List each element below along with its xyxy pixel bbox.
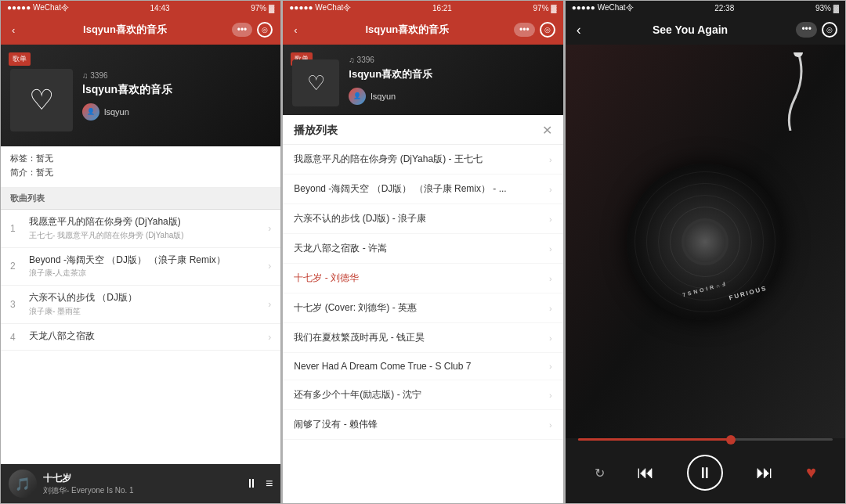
time-3: 22:38 <box>714 4 734 13</box>
song-sub-1-1: 王七七- 我愿意平凡的陪在你身旁 (DjYaha版) <box>29 230 268 241</box>
nav-bar-1: ‹ lsqyun喜欢的音乐 ••• ◎ <box>1 15 280 45</box>
playlist-item-2-2[interactable]: Beyond -海阔天空 （DJ版） （浪子康 Remix） - ... › <box>283 175 562 204</box>
play-pause-button[interactable]: ⏸ <box>687 455 723 491</box>
carrier-3: ●●●●● WeChat令 <box>572 2 634 13</box>
vinyl-disc: FURIOUS 7SNOIR∩Ⅎ <box>627 164 783 320</box>
user-name-1: lsqyun <box>104 107 129 117</box>
progress-bar-fill <box>578 438 731 441</box>
progress-dot <box>726 435 736 445</box>
song-num-1-3: 3 <box>10 299 24 310</box>
user-avatar-2: 👤 <box>349 88 366 105</box>
song-title-1-2: Beyond -海阔天空 （DJ版） （浪子康 Remix） <box>29 254 268 267</box>
more-button-3[interactable]: ••• <box>796 22 817 38</box>
panel-1: ●●●●● WeChat令 14:43 97% ▓ ‹ lsqyun喜欢的音乐 … <box>0 0 281 504</box>
album-tag-1: 歌单 <box>9 52 31 66</box>
playlist-item-2-1[interactable]: 我愿意平凡的陪在你身旁 (DjYaha版) - 王七七 › <box>283 145 562 175</box>
nav-title-3: See You Again <box>653 23 728 36</box>
panel-2: ●●●●● WeChat令 16:21 97% ▓ ‹ lsqyun喜欢的音乐 … <box>281 0 563 504</box>
song-item-1-4[interactable]: 4 天龙八部之宿敌 › <box>1 324 280 351</box>
playlist-item-2-10[interactable]: 闹够了没有 - 赖伟锋 › <box>283 410 562 440</box>
repeat-button[interactable]: ↻ <box>595 466 605 481</box>
pause-button-1[interactable]: ⏸ <box>245 477 258 491</box>
pl-text-2-10: 闹够了没有 - 赖伟锋 <box>294 418 549 431</box>
song-title-1-1: 我愿意平凡的陪在你身旁 (DjYaha版) <box>29 216 268 229</box>
song-title-1-3: 六亲不认的步伐 （DJ版） <box>29 292 268 304</box>
song-item-1-3[interactable]: 3 六亲不认的步伐 （DJ版） 浪子康- 墨雨笙 › <box>1 286 280 324</box>
more-button-1[interactable]: ••• <box>232 23 253 37</box>
chevron-icon-1-3: › <box>268 299 271 310</box>
song-info-1-3: 六亲不认的步伐 （DJ版） 浪子康- 墨雨笙 <box>29 292 268 317</box>
pl-text-2-7: 我们在夏枝繁茂时再见 - 钱正昊 <box>294 331 549 344</box>
now-playing-bar-1[interactable]: 🎵 十七岁 刘德华- Everyone Is No. 1 ⏸ ≡ <box>1 464 280 503</box>
controls-bar-3: ↻ ⏮ ⏸ ⏭ ♥ <box>566 447 845 503</box>
user-name-2: lsqyun <box>371 92 396 101</box>
np-artist-1: 刘德华- Everyone Is No. 1 <box>43 485 239 496</box>
user-row-2: 👤 lsqyun <box>349 88 432 105</box>
pl-text-2-2: Beyond -海阔天空 （DJ版） （浪子康 Remix） - ... <box>294 182 549 196</box>
meta-tag-1: 标签：暂无 <box>10 153 271 164</box>
back-button-1[interactable]: ‹ <box>9 23 18 38</box>
playlist-overlay: 播放列表 ✕ 我愿意平凡的陪在你身旁 (DjYaha版) - 王七七 › Bey… <box>283 115 562 503</box>
svg-point-0 <box>794 52 803 57</box>
time-2: 16:21 <box>432 4 452 13</box>
meta-section-1: 标签：暂无 简介：暂无 <box>1 146 280 188</box>
pl-chevron-2-2: › <box>549 185 552 194</box>
album-info-1: ♫ 3396 lsqyun喜欢的音乐 👤 lsqyun <box>82 71 172 121</box>
playlist-item-2-3[interactable]: 六亲不认的步伐 (DJ版) - 浪子康 › <box>283 204 562 234</box>
prev-button[interactable]: ⏮ <box>637 463 654 483</box>
song-num-1-1: 1 <box>10 223 24 234</box>
playlist-item-2-6[interactable]: 十七岁 (Cover: 刘德华) - 英惠 › <box>283 293 562 323</box>
status-bar-1: ●●●●● WeChat令 14:43 97% ▓ <box>1 1 280 15</box>
heart-icon-1: ♡ <box>29 84 54 117</box>
nav-bar-3: ‹ See You Again ••• ◎ <box>566 15 845 45</box>
song-item-1-2[interactable]: 2 Beyond -海阔天空 （DJ版） （浪子康 Remix） 浪子康-人走茶… <box>1 248 280 286</box>
carrier-1: ●●●●● WeChat令 <box>7 2 69 13</box>
chevron-icon-1-2: › <box>268 261 271 272</box>
progress-area <box>566 438 845 447</box>
pl-chevron-2-5: › <box>549 274 552 283</box>
battery-1: 97% ▓ <box>251 4 274 13</box>
np-info-1: 十七岁 刘德华- Everyone Is No. 1 <box>43 472 239 496</box>
playlist-item-2-5[interactable]: 十七岁 - 刘德华 › <box>283 264 562 293</box>
album-info-2: ♫ 3396 lsqyun喜欢的音乐 👤 lsqyun <box>349 56 432 105</box>
playlist-title: 播放列表 <box>294 124 338 138</box>
circle-button-2[interactable]: ◎ <box>540 22 555 38</box>
np-thumb-1: 🎵 <box>9 470 37 498</box>
nav-right-1: ••• ◎ <box>232 22 273 38</box>
song-item-1-1[interactable]: 1 我愿意平凡的陪在你身旁 (DjYaha版) 王七七- 我愿意平凡的陪在你身旁… <box>1 210 280 248</box>
circle-button-1[interactable]: ◎ <box>257 22 273 38</box>
back-button-3[interactable]: ‹ <box>573 20 584 40</box>
nav-title-1: lsqyun喜欢的音乐 <box>83 23 167 37</box>
nav-bar-2: ‹ lsqyun喜欢的音乐 ••• ◎ <box>283 15 562 45</box>
disc-center <box>682 218 728 265</box>
pl-text-2-8: Never Had A Dream Come True - S Club 7 <box>294 361 549 372</box>
favorite-button[interactable]: ♥ <box>806 463 816 483</box>
playlist-item-2-4[interactable]: 天龙八部之宿敌 - 许嵩 › <box>283 234 562 264</box>
panel-3: ●●●●● WeChat令 22:38 93% ▓ ‹ See You Agai… <box>564 0 846 504</box>
pl-chevron-2-3: › <box>549 214 552 224</box>
pl-chevron-2-9: › <box>549 391 552 400</box>
list-button-1[interactable]: ≡ <box>266 477 273 491</box>
next-button[interactable]: ⏭ <box>756 463 773 483</box>
circle-button-3[interactable]: ◎ <box>822 22 837 38</box>
battery-2: 97% ▓ <box>533 4 557 13</box>
status-bar-3: ●●●●● WeChat令 22:38 93% ▓ <box>566 1 845 15</box>
more-button-2[interactable]: ••• <box>514 23 535 37</box>
count-1: 3396 <box>90 71 107 80</box>
playlist-item-2-7[interactable]: 我们在夏枝繁茂时再见 - 钱正昊 › <box>283 323 562 353</box>
status-bar-2: ●●●●● WeChat令 16:21 97% ▓ <box>283 1 562 15</box>
pl-text-2-9: 还有多少个十年(励志版) - 沈宁 <box>294 388 549 401</box>
np-title-1: 十七岁 <box>43 472 239 485</box>
album-cover-2: ♡ <box>292 59 339 106</box>
playlist-close-button[interactable]: ✕ <box>542 123 552 138</box>
album-name-2: lsqyun喜欢的音乐 <box>349 67 432 81</box>
album-name-1: lsqyun喜欢的音乐 <box>82 83 172 97</box>
album-header-1: 歌单 ♡ ♫ 3396 lsqyun喜欢的音乐 👤 lsqyun <box>1 45 280 146</box>
nav-title-2: lsqyun喜欢的音乐 <box>365 23 449 37</box>
playlist-header: 播放列表 ✕ <box>283 115 562 145</box>
back-button-2[interactable]: ‹ <box>291 23 300 38</box>
album-cover-1: ♡ <box>10 69 73 131</box>
note-count-1: ♫ 3396 <box>82 71 172 80</box>
playlist-item-2-9[interactable]: 还有多少个十年(励志版) - 沈宁 › <box>283 380 562 410</box>
playlist-item-2-8[interactable]: Never Had A Dream Come True - S Club 7 › <box>283 353 562 380</box>
